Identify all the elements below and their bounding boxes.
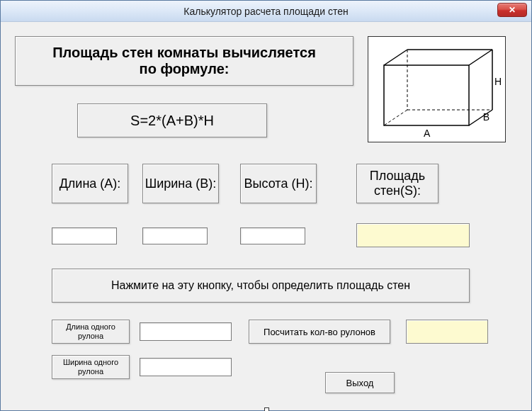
roll-length-input[interactable] <box>140 322 232 341</box>
svg-line-3 <box>384 50 407 65</box>
length-input[interactable] <box>52 227 117 244</box>
header-text-line2: по формуле: <box>140 61 230 77</box>
calc-area-label: Нажмите на эту кнопку, чтобы определить … <box>111 279 410 292</box>
close-icon: ✕ <box>509 5 516 15</box>
area-output <box>356 223 470 247</box>
svg-line-8 <box>384 110 407 125</box>
header-panel: Площадь стен комнаты вычисляется по форм… <box>15 36 353 86</box>
roll-width-input[interactable] <box>140 358 232 376</box>
area-label: Площадь стен(S): <box>357 169 438 198</box>
length-label: Длина (A): <box>60 176 121 191</box>
client-area: Площадь стен комнаты вычисляется по форм… <box>1 22 531 410</box>
width-input[interactable] <box>142 227 208 244</box>
roll-width-label-panel: Ширина одного рулона <box>52 355 130 379</box>
height-label: Высота (H): <box>244 176 313 191</box>
app-window: Калькулятор расчета площади стен ✕ Площа… <box>0 0 532 411</box>
diagram-label-a: A <box>424 128 430 139</box>
calc-area-button[interactable]: Нажмите на эту кнопку, чтобы определить … <box>52 269 470 303</box>
diagram-label-b: B <box>483 111 489 123</box>
close-button[interactable]: ✕ <box>497 3 527 17</box>
diagram-label-h: H <box>494 76 502 87</box>
roll-length-label: Длина одного рулона <box>52 322 129 341</box>
svg-rect-0 <box>384 65 469 125</box>
roll-length-label-panel: Длина одного рулона <box>52 320 130 344</box>
width-label: Ширина (B): <box>145 176 217 191</box>
room-diagram: H B A <box>368 36 506 142</box>
exit-label: Выход <box>346 378 374 388</box>
calc-rolls-button[interactable]: Посчитать кол-во рулонов <box>249 320 390 344</box>
titlebar: Калькулятор расчета площади стен ✕ <box>1 1 531 22</box>
height-label-panel: Высота (H): <box>240 164 317 203</box>
height-input[interactable] <box>240 227 305 244</box>
width-label-panel: Ширина (B): <box>142 164 219 203</box>
cuboid-icon <box>368 37 506 143</box>
svg-line-4 <box>469 50 492 65</box>
exit-button[interactable]: Выход <box>325 372 395 393</box>
resize-handle-icon[interactable] <box>264 407 269 411</box>
header-text-line1: Площадь стен комнаты вычисляется <box>52 45 316 61</box>
calc-rolls-label: Посчитать кол-во рулонов <box>264 327 375 337</box>
window-title: Калькулятор расчета площади стен <box>183 6 348 17</box>
roll-width-label: Ширина одного рулона <box>52 358 129 376</box>
formula-text: S=2*(A+B)*H <box>130 113 214 129</box>
area-label-panel: Площадь стен(S): <box>356 164 438 203</box>
length-label-panel: Длина (A): <box>52 164 128 203</box>
rolls-output <box>406 320 488 344</box>
formula-panel: S=2*(A+B)*H <box>77 103 267 137</box>
